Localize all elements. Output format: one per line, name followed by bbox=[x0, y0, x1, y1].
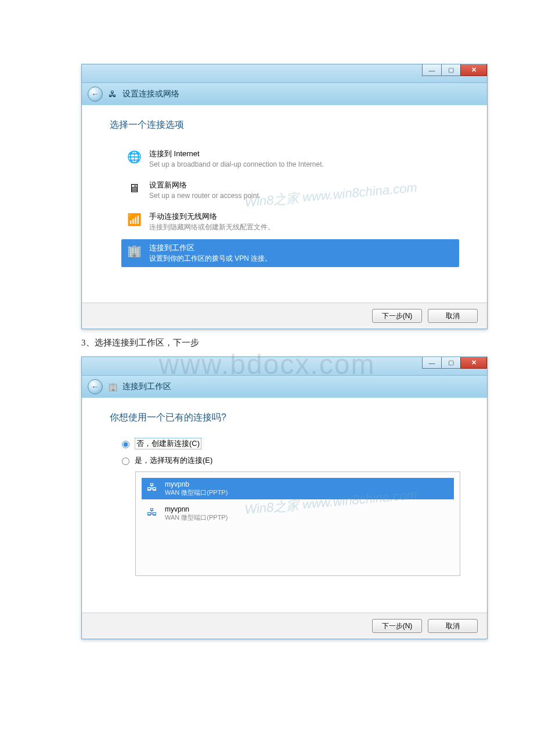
wizard-body: 你想使用一个已有的连接吗? 否，创建新连接(C) 是，选择现有的连接(E) 🖧 … bbox=[82, 398, 487, 613]
minimize-button[interactable]: — bbox=[422, 64, 442, 76]
radio-input-no[interactable] bbox=[122, 441, 129, 448]
option-title: 设置新网络 bbox=[149, 180, 261, 190]
next-button[interactable]: 下一步(N) bbox=[372, 619, 422, 633]
globe-icon: 🌐 bbox=[126, 149, 142, 165]
option-connect-internet[interactable]: 🌐 连接到 Internet Set up a broadband or dia… bbox=[121, 145, 459, 173]
radio-input-yes[interactable] bbox=[122, 458, 129, 465]
cancel-button[interactable]: 取消 bbox=[428, 309, 478, 323]
option-desc: Set up a new router or access point. bbox=[149, 190, 261, 201]
step-instruction: 3、选择连接到工作区，下一步 bbox=[81, 337, 534, 348]
connection-type: WAN 微型端口(PPTP) bbox=[165, 513, 228, 522]
connection-name: myvpnn bbox=[165, 505, 228, 513]
router-icon: 🖥 bbox=[126, 180, 142, 196]
connection-icon: 🖧 bbox=[145, 480, 159, 494]
option-title: 手动连接到无线网络 bbox=[149, 211, 275, 222]
building-icon: 🏢 bbox=[107, 381, 118, 392]
network-icon: 🖧 bbox=[107, 89, 118, 99]
wifi-icon: 📶 bbox=[126, 211, 142, 228]
wizard-footer: 下一步(N) 取消 bbox=[82, 613, 487, 639]
wizard-title: 连接到工作区 bbox=[122, 381, 171, 392]
option-title: 连接到 Internet bbox=[149, 149, 324, 159]
option-connect-workplace[interactable]: 🏢 连接到工作区 设置到你的工作区的拨号或 VPN 连接。 bbox=[121, 239, 459, 267]
radio-no-create-new[interactable]: 否，创建新连接(C) bbox=[119, 438, 459, 449]
window-connect-workplace: Win8之家 www.win8china.com — ▢ ✕ ← 🏢 连接到工作… bbox=[81, 357, 488, 639]
back-button[interactable]: ← bbox=[88, 87, 103, 102]
existing-connections-list: 🖧 myvpnb WAN 微型端口(PPTP) 🖧 myvpnn WAN 微型端… bbox=[135, 471, 460, 576]
wizard-footer: 下一步(N) 取消 bbox=[82, 303, 487, 329]
page-heading: 选择一个连接选项 bbox=[110, 119, 459, 131]
wizard-navbar: ← 🏢 连接到工作区 bbox=[82, 376, 487, 398]
workplace-icon: 🏢 bbox=[126, 243, 142, 259]
option-desc: Set up a broadband or dial-up connection… bbox=[149, 159, 324, 170]
next-button[interactable]: 下一步(N) bbox=[372, 309, 422, 323]
maximize-button[interactable]: ▢ bbox=[441, 357, 461, 369]
radio-yes-existing[interactable]: 是，选择现有的连接(E) bbox=[119, 455, 459, 466]
radio-label: 是，选择现有的连接(E) bbox=[135, 455, 212, 466]
window-controls: — ▢ ✕ bbox=[423, 64, 487, 76]
cancel-button[interactable]: 取消 bbox=[428, 619, 478, 633]
connection-option-list: 🌐 连接到 Internet Set up a broadband or dia… bbox=[110, 145, 459, 267]
connection-type: WAN 微型端口(PPTP) bbox=[165, 488, 228, 497]
wizard-body: 选择一个连接选项 🌐 连接到 Internet Set up a broadba… bbox=[82, 105, 487, 303]
close-button[interactable]: ✕ bbox=[460, 357, 487, 369]
wizard-navbar: ← 🖧 设置连接或网络 bbox=[82, 83, 487, 105]
titlebar: — ▢ ✕ bbox=[82, 64, 487, 83]
option-desc: 设置到你的工作区的拨号或 VPN 连接。 bbox=[149, 253, 272, 264]
option-manual-wireless[interactable]: 📶 手动连接到无线网络 连接到隐藏网络或创建新无线配置文件。 bbox=[121, 208, 459, 236]
back-button[interactable]: ← bbox=[88, 379, 103, 394]
window-controls: — ▢ ✕ bbox=[423, 357, 487, 369]
window-setup-connection: Win8之家 www.win8china.com — ▢ ✕ ← 🖧 设置连接或… bbox=[81, 64, 488, 329]
option-setup-network[interactable]: 🖥 设置新网络 Set up a new router or access po… bbox=[121, 177, 459, 204]
page-heading: 你想使用一个已有的连接吗? bbox=[110, 412, 459, 424]
radio-label: 否，创建新连接(C) bbox=[135, 438, 201, 449]
maximize-button[interactable]: ▢ bbox=[441, 64, 461, 76]
close-button[interactable]: ✕ bbox=[460, 64, 487, 76]
connection-icon: 🖧 bbox=[145, 505, 159, 519]
minimize-button[interactable]: — bbox=[422, 357, 442, 369]
connection-name: myvpnb bbox=[165, 480, 228, 488]
titlebar: — ▢ ✕ bbox=[82, 357, 487, 376]
option-desc: 连接到隐藏网络或创建新无线配置文件。 bbox=[149, 222, 275, 232]
wizard-title: 设置连接或网络 bbox=[122, 89, 179, 99]
option-title: 连接到工作区 bbox=[149, 243, 272, 253]
connection-item[interactable]: 🖧 myvpnb WAN 微型端口(PPTP) bbox=[142, 478, 454, 499]
connection-item[interactable]: 🖧 myvpnn WAN 微型端口(PPTP) bbox=[142, 503, 454, 524]
